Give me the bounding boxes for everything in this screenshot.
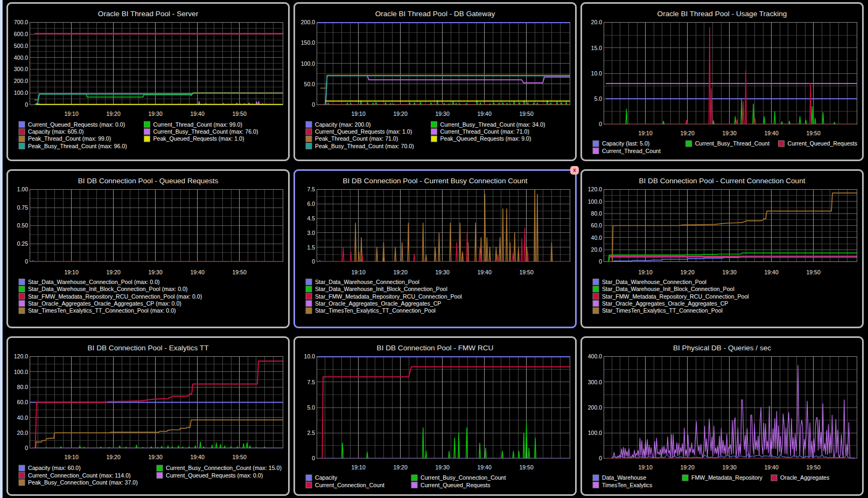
svg-text:19:50: 19:50 xyxy=(232,454,246,460)
svg-text:19:20: 19:20 xyxy=(680,269,694,275)
svg-text:Star_TimesTen_Exalytics_TT_Con: Star_TimesTen_Exalytics_TT_Connection_Po… xyxy=(602,307,723,314)
svg-text:FMW_Metadata_Repository: FMW_Metadata_Repository xyxy=(691,474,763,481)
svg-text:19:40: 19:40 xyxy=(477,269,491,275)
svg-text:BI DB Connection Pool - FMW RC: BI DB Connection Pool - FMW RCU xyxy=(377,344,494,352)
svg-text:TimesTen_Exalytics: TimesTen_Exalytics xyxy=(602,482,652,488)
svg-text:80.0: 80.0 xyxy=(17,384,29,390)
svg-text:19:50: 19:50 xyxy=(232,269,246,275)
svg-text:BI DB Connection Pool - Curren: BI DB Connection Pool - Current Busy Con… xyxy=(342,177,527,185)
svg-text:BI DB Connection Pool - Exalyt: BI DB Connection Pool - Exalytics TT xyxy=(88,344,209,352)
svg-text:5.0: 5.0 xyxy=(594,95,602,102)
svg-text:15.0: 15.0 xyxy=(591,45,603,51)
svg-text:7.5: 7.5 xyxy=(307,186,315,192)
svg-text:Current_Queued_Requests: Current_Queued_Requests xyxy=(421,482,491,488)
svg-text:Current_Queued_Requests (max:: Current_Queued_Requests (max: 1.0) xyxy=(315,128,412,135)
svg-text:19:50: 19:50 xyxy=(806,130,820,136)
svg-text:Oracle_Aggregates: Oracle_Aggregates xyxy=(780,474,829,481)
svg-text:19:20: 19:20 xyxy=(106,269,120,275)
svg-text:Peak_Thread_Count (max: 71.0): Peak_Thread_Count (max: 71.0) xyxy=(315,135,398,142)
svg-text:19:20: 19:20 xyxy=(393,464,407,471)
svg-text:7.5: 7.5 xyxy=(307,379,315,385)
svg-text:0.75: 0.75 xyxy=(17,204,29,211)
svg-text:10.0: 10.0 xyxy=(591,70,603,77)
svg-text:19:40: 19:40 xyxy=(477,464,491,471)
svg-text:19:10: 19:10 xyxy=(64,110,78,117)
svg-text:19:10: 19:10 xyxy=(638,130,652,136)
svg-text:Current_Thread_Count: Current_Thread_Count xyxy=(602,148,661,154)
svg-text:Current_Connection_Count: Current_Connection_Count xyxy=(315,482,384,488)
svg-text:Peak_Busy_Connection_Count (ma: Peak_Busy_Connection_Count (max: 37.0) xyxy=(28,479,138,486)
svg-text:80.0: 80.0 xyxy=(591,210,603,217)
svg-text:Current_Queued_Requests (max:: Current_Queued_Requests (max: 0.0) xyxy=(166,472,263,479)
svg-text:20.0: 20.0 xyxy=(591,246,603,253)
svg-text:40.0: 40.0 xyxy=(17,414,29,421)
svg-text:19:50: 19:50 xyxy=(806,269,820,275)
svg-text:Capacity (max: 605.0): Capacity (max: 605.0) xyxy=(28,128,84,135)
svg-text:19:40: 19:40 xyxy=(477,110,491,117)
svg-text:Current_Busy_Connection_Count: Current_Busy_Connection_Count (max: 15.0… xyxy=(166,465,282,471)
svg-text:100.0: 100.0 xyxy=(14,89,28,96)
svg-text:0: 0 xyxy=(25,258,28,265)
svg-text:Oracle BI Thread Pool - Server: Oracle BI Thread Pool - Server xyxy=(98,10,199,18)
svg-text:19:50: 19:50 xyxy=(232,110,246,117)
svg-text:Star_Data_Warehouse_Connection: Star_Data_Warehouse_Connection_Pool xyxy=(602,279,706,285)
svg-text:19:30: 19:30 xyxy=(148,454,162,460)
svg-text:Star_TimesTen_Exalytics_TT_Con: Star_TimesTen_Exalytics_TT_Connection_Po… xyxy=(315,307,436,314)
svg-text:19:50: 19:50 xyxy=(519,110,533,117)
svg-text:200.0: 200.0 xyxy=(14,78,28,84)
svg-text:700.0: 700.0 xyxy=(14,19,28,25)
svg-text:4.5: 4.5 xyxy=(307,215,315,222)
svg-text:120.0: 120.0 xyxy=(14,353,28,359)
svg-text:Current_Busy_Connection_Count: Current_Busy_Connection_Count xyxy=(421,474,506,481)
svg-text:Current_Queued_Requests (max:: Current_Queued_Requests (max: 0.0) xyxy=(28,121,125,128)
svg-text:100.0: 100.0 xyxy=(588,198,602,205)
svg-text:200.0: 200.0 xyxy=(301,19,315,25)
svg-text:19:40: 19:40 xyxy=(190,454,204,460)
svg-text:19:40: 19:40 xyxy=(764,269,778,275)
svg-text:Current_Thread_Count (max: 71.: Current_Thread_Count (max: 71.0) xyxy=(440,128,529,135)
svg-text:6.0: 6.0 xyxy=(307,200,315,207)
svg-text:19:40: 19:40 xyxy=(764,464,778,471)
svg-text:19:10: 19:10 xyxy=(64,454,78,460)
svg-text:1.00: 1.00 xyxy=(17,186,29,192)
svg-text:Oracle BI Thread Pool - DB Gat: Oracle BI Thread Pool - DB Gateway xyxy=(375,10,495,18)
svg-text:19:20: 19:20 xyxy=(393,110,407,117)
svg-text:0: 0 xyxy=(25,445,28,451)
svg-text:Peak_Thread_Count (max: 99.0): Peak_Thread_Count (max: 99.0) xyxy=(28,135,111,142)
svg-text:100.0: 100.0 xyxy=(301,60,315,67)
svg-text:Star_Data_Warehouse_Connection: Star_Data_Warehouse_Connection_Pool (max… xyxy=(28,279,160,285)
svg-text:0.25: 0.25 xyxy=(17,240,29,247)
svg-text:19:30: 19:30 xyxy=(435,464,449,471)
svg-text:BI DB Connection Pool - Curren: BI DB Connection Pool - Current Connecti… xyxy=(639,177,805,185)
svg-text:19:20: 19:20 xyxy=(680,130,694,136)
svg-text:19:40: 19:40 xyxy=(764,130,778,136)
svg-text:19:10: 19:10 xyxy=(351,110,365,117)
svg-text:50.0: 50.0 xyxy=(304,81,316,87)
svg-text:60.0: 60.0 xyxy=(17,399,29,405)
svg-text:19:30: 19:30 xyxy=(148,110,162,117)
svg-text:Star_Data_Warehouse_Init_Block: Star_Data_Warehouse_Init_Block_Connectio… xyxy=(28,286,187,292)
svg-text:19:20: 19:20 xyxy=(106,110,120,117)
svg-text:BI Physical DB - Queries / sec: BI Physical DB - Queries / sec xyxy=(673,344,771,352)
svg-text:Star_Oracle_Aggregates_Oracle_: Star_Oracle_Aggregates_Oracle_Aggregates… xyxy=(315,300,441,307)
svg-text:Star_TimesTen_Exalytics_TT_Con: Star_TimesTen_Exalytics_TT_Connection_Po… xyxy=(28,307,176,314)
svg-text:400.0: 400.0 xyxy=(14,54,28,61)
svg-text:100.0: 100.0 xyxy=(588,430,602,436)
svg-text:Current_Busy_Thread_Count (max: Current_Busy_Thread_Count (max: 76.0) xyxy=(153,128,258,135)
svg-text:Current_Busy_Thread_Count: Current_Busy_Thread_Count xyxy=(695,140,769,147)
svg-text:Peak_Queued_Requests (max: 9.0: Peak_Queued_Requests (max: 9.0) xyxy=(440,135,531,142)
svg-text:Peak_Busy_Thread_Count (max: 9: Peak_Busy_Thread_Count (max: 96.0) xyxy=(28,143,127,149)
svg-text:0.50: 0.50 xyxy=(17,222,29,229)
svg-text:Star_FMW_Metadata_Repository_R: Star_FMW_Metadata_Repository_RCU_Connect… xyxy=(28,293,202,300)
svg-text:10.0: 10.0 xyxy=(304,353,316,359)
svg-text:0: 0 xyxy=(312,258,315,265)
svg-text:Star_Data_Warehouse_Init_Block: Star_Data_Warehouse_Init_Block_Connectio… xyxy=(315,286,447,292)
svg-text:19:30: 19:30 xyxy=(722,269,736,275)
svg-text:Capacity (last: 5.0): Capacity (last: 5.0) xyxy=(602,140,649,147)
svg-text:20.0: 20.0 xyxy=(17,430,29,436)
svg-text:5.0: 5.0 xyxy=(307,404,315,411)
svg-text:Star_FMW_Metadata_Repository_R: Star_FMW_Metadata_Repository_RCU_Connect… xyxy=(602,293,749,300)
svg-text:0: 0 xyxy=(25,101,28,108)
svg-text:0: 0 xyxy=(312,455,315,461)
svg-text:19:10: 19:10 xyxy=(351,269,365,275)
